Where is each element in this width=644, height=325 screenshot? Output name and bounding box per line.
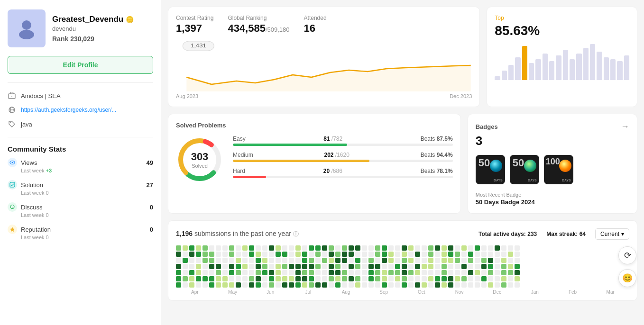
heatmap-day: [216, 264, 221, 269]
heatmap-day: [442, 276, 447, 281]
heatmap-day: [335, 245, 340, 251]
month-label: Jan: [516, 289, 554, 295]
heatmap-day: [395, 270, 400, 275]
heatmap-day: [415, 264, 420, 269]
heatmap-day: [315, 276, 321, 281]
heatmap-day: [475, 276, 480, 281]
heatmap-day: [349, 276, 354, 281]
heatmap-day: [269, 245, 274, 251]
easy-progress-fill: [233, 144, 347, 146]
month-label: Sep: [365, 289, 403, 295]
easy-header: Easy 81 /782 Beats 87.5%: [233, 135, 453, 142]
middle-row: Solved Problems 303 Solved: [168, 114, 637, 214]
divider2: [8, 137, 153, 137]
heatmap-day: [309, 276, 314, 281]
heatmap-day: [289, 258, 294, 263]
heatmap-day: [508, 282, 513, 288]
badge-2: 50 DAYS: [510, 155, 539, 184]
heatmap-day: [309, 245, 314, 251]
heatmap-day: [202, 270, 208, 275]
heatmap-day: [455, 282, 460, 288]
heatmap-day: [448, 245, 453, 251]
easy-beats: Beats 87.5%: [421, 135, 453, 142]
heatmap-info-icon[interactable]: ⓘ: [293, 231, 299, 237]
svg-point-1: [19, 30, 34, 39]
contest-card: Contest Rating 1,397 Global Ranking 434,…: [168, 7, 480, 107]
heatmap-day: [508, 252, 513, 257]
reputation-last-week: Last week 0: [21, 235, 153, 240]
heatmap-day: [461, 282, 467, 288]
heatmap-day: [455, 264, 460, 269]
heatmap-day: [349, 264, 354, 269]
heatmap-day: [202, 282, 208, 288]
heatmap-day: [236, 264, 241, 269]
donut-sub: Solved: [191, 163, 209, 169]
heatmap-day: [183, 264, 188, 269]
heatmap-day: [302, 264, 307, 269]
heatmap-day: [375, 282, 380, 288]
heatmap-day: [428, 264, 433, 269]
badges-arrow[interactable]: →: [621, 122, 629, 132]
sidebar: Greatest_Devendu 🪙 devendu Rank 230,029 …: [0, 0, 161, 325]
heatmap-day: [176, 276, 181, 281]
language-text: java: [21, 121, 32, 128]
heatmap-day: [362, 258, 367, 263]
heatmap-day: [222, 282, 228, 288]
heatmap-day: [395, 276, 400, 281]
company-text: Amdocs | SEA: [21, 92, 61, 99]
badge-3: 100 DAYS: [544, 155, 573, 184]
heatmap-day: [475, 245, 480, 251]
solved-title: Solved Problems: [176, 122, 453, 129]
heatmap-day: [388, 282, 394, 288]
top-bar-7: [543, 42, 548, 80]
heatmap-day: [196, 270, 201, 275]
heatmap-day: [183, 245, 188, 251]
heatmap-day: [442, 270, 447, 275]
heatmap-day: [262, 245, 267, 251]
heatmap-day: [202, 245, 208, 251]
heatmap-day: [196, 276, 201, 281]
heatmap-day: [408, 258, 414, 263]
heatmap-day: [249, 258, 254, 263]
heatmap-day: [468, 282, 473, 288]
heatmap-day: [402, 245, 407, 251]
heatmap-day: [209, 252, 214, 257]
heatmap-day: [382, 258, 387, 263]
heatmap-day: [375, 245, 380, 251]
solution-count: 27: [147, 181, 153, 189]
heatmap-day: [329, 264, 334, 269]
heatmap-day: [481, 282, 487, 288]
heatmap-day: [501, 245, 506, 251]
heatmap-day: [495, 276, 500, 281]
heatmap-day: [388, 258, 394, 263]
top-bar-5: [529, 42, 534, 80]
heatmap-day: [309, 252, 314, 257]
chat-button[interactable]: 😊: [618, 269, 636, 287]
refresh-button[interactable]: ⟳: [618, 246, 636, 264]
heatmap-day: [249, 276, 254, 281]
heatmap-day: [229, 270, 234, 275]
easy-progress-bar: [233, 144, 453, 146]
edit-profile-button[interactable]: Edit Profile: [8, 56, 153, 74]
heatmap-day: [282, 245, 287, 251]
top-bar-3: [515, 42, 520, 80]
medium-nums: 202 /1620: [324, 152, 349, 158]
heatmap-day: [295, 264, 301, 269]
heatmap-day: [335, 258, 340, 263]
heatmap-day: [468, 252, 473, 257]
heatmap-day: [249, 252, 254, 257]
heatmap-day: [408, 282, 414, 288]
heatmap-day: [229, 245, 234, 251]
avatar: [8, 9, 46, 47]
current-button[interactable]: Current ▾: [595, 228, 629, 240]
heatmap-day: [442, 258, 447, 263]
stat-solution: Solution 27 Last week 0: [8, 180, 153, 196]
heatmap-day: [428, 276, 433, 281]
heatmap-day: [189, 252, 194, 257]
heatmap-day: [355, 270, 360, 275]
heatmap-day: [368, 252, 374, 257]
solved-body: 303 Solved Easy 81 /782: [176, 135, 453, 184]
stat-discuss: Discuss 0 Last week 0: [8, 202, 153, 218]
heatmap-day: [315, 264, 321, 269]
heatmap-day: [395, 252, 400, 257]
